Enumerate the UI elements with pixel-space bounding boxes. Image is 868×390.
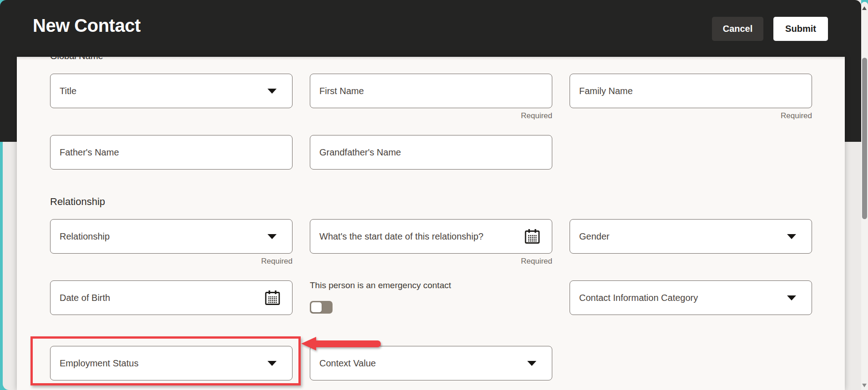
fathers-name-field [50,135,293,170]
employment-status-dropdown[interactable]: Employment Status [50,346,293,380]
cancel-button[interactable]: Cancel [712,17,763,41]
chevron-down-icon [787,295,796,300]
start-date-required-hint: Required [310,257,552,266]
submit-button[interactable]: Submit [773,17,828,41]
field-cell-contact-info-category: Contact Information Category [570,280,812,315]
field-cell-employment-status: Employment Status [50,346,293,380]
title-dropdown-label: Title [60,86,262,96]
form-row-3: Relationship Required [50,219,812,266]
emergency-contact-label: This person is an emergency contact [310,280,451,290]
title-dropdown[interactable]: Title [50,74,293,108]
gender-dropdown[interactable]: Gender [570,219,812,254]
form-row-5: Employment Status Context Value [50,346,812,380]
field-cell-title: Title [50,74,293,120]
form-row-1: Title Required Required [50,74,812,120]
context-value-label: Context Value [319,358,522,369]
scrollbar-down-arrow-icon[interactable] [862,384,867,387]
toggle-knob [311,302,322,312]
field-cell-family-name: Required [570,74,812,120]
start-date-field [310,219,552,254]
form-row-2 [50,135,812,170]
field-cell-date-of-birth [50,280,293,315]
field-cell-start-date: Required [310,219,552,266]
first-name-input[interactable] [319,86,543,96]
first-name-field [310,74,552,108]
grandfathers-name-input[interactable] [319,147,543,158]
chevron-down-icon [267,234,277,239]
field-cell-context-value: Context Value [310,346,552,380]
scrollbar-up-arrow-icon[interactable] [862,6,867,10]
family-name-required-hint: Required [570,111,812,120]
family-name-input[interactable] [579,86,802,96]
scrollbar-thumb[interactable] [862,58,867,219]
field-cell-first-name: Required [310,74,552,120]
grandfathers-name-field [310,135,552,170]
form-card: Global Name Title Required Required [17,57,845,390]
field-cell-relationship: Relationship Required [50,219,293,266]
emergency-contact-cell: This person is an emergency contact [310,280,552,315]
calendar-icon[interactable] [265,290,280,305]
contact-info-category-dropdown[interactable]: Contact Information Category [570,280,812,315]
field-cell-grandfathers-name [310,135,552,170]
gender-dropdown-label: Gender [579,231,782,242]
page-title: New Contact [33,15,141,36]
field-cell-gender: Gender [570,219,812,266]
emergency-contact-toggle[interactable] [310,301,333,314]
dialog-header: New Contact Cancel Submit [0,0,861,57]
section-relationship: Relationship [50,196,105,208]
date-of-birth-field [50,280,293,315]
first-name-required-hint: Required [310,111,552,120]
fathers-name-input[interactable] [60,147,283,158]
family-name-field [570,74,812,108]
start-date-input[interactable] [319,231,525,242]
date-of-birth-input[interactable] [60,293,265,303]
relationship-dropdown[interactable]: Relationship [50,219,293,254]
calendar-icon[interactable] [525,229,540,244]
contact-info-category-label: Contact Information Category [579,293,782,303]
form-row-4: This person is an emergency contact Cont… [50,280,812,315]
chevron-down-icon [267,361,277,366]
section-global-name: Global Name [50,57,103,61]
employment-status-label: Employment Status [60,358,262,369]
chevron-down-icon [267,89,277,94]
vertical-scrollbar[interactable] [861,2,868,390]
field-cell-fathers-name [50,135,293,170]
empty-cell [570,346,812,380]
chevron-down-icon [787,234,796,239]
chevron-down-icon [527,361,536,366]
context-value-dropdown[interactable]: Context Value [310,346,552,380]
relationship-dropdown-label: Relationship [60,231,262,242]
relationship-required-hint: Required [50,257,293,266]
empty-cell [570,135,812,170]
